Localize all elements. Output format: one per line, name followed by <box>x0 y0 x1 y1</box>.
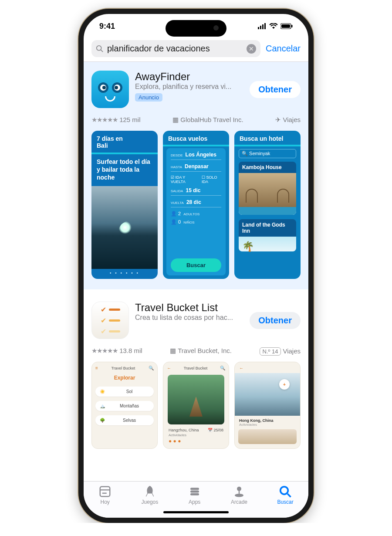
svg-point-18 <box>280 487 288 495</box>
svg-point-7 <box>97 45 101 50</box>
cancel-button[interactable]: Cancelar <box>266 44 301 54</box>
search-text: planificador de vacaciones <box>107 44 243 54</box>
tab-search[interactable]: Buscar <box>277 485 293 505</box>
category-label: ✈ Viajes <box>275 116 301 124</box>
arcade-icon <box>233 485 246 498</box>
svg-rect-9 <box>100 487 110 497</box>
wifi-icon <box>269 23 278 29</box>
app-icon-awayfinder <box>91 71 129 108</box>
ad-badge: Anuncio <box>135 93 162 102</box>
tab-today[interactable]: Hoy <box>98 485 112 505</box>
svg-rect-5 <box>281 24 290 28</box>
svg-point-15 <box>237 487 241 491</box>
stars-icon: ★★★★★ <box>91 347 118 354</box>
svg-point-17 <box>235 494 243 497</box>
svg-rect-3 <box>264 23 266 29</box>
status-time: 9:41 <box>99 22 115 31</box>
svg-rect-14 <box>190 493 199 495</box>
svg-line-8 <box>101 50 103 52</box>
apps-icon <box>188 485 201 498</box>
svg-rect-2 <box>262 24 264 29</box>
svg-rect-13 <box>190 491 199 493</box>
rocket-icon <box>143 485 156 498</box>
screenshot-2: ←Travel Bucket🔍 Hangzhou, China📅 25/08 A… <box>163 362 229 449</box>
cellular-icon <box>258 23 267 29</box>
clear-icon[interactable]: ✕ <box>247 44 256 54</box>
today-icon <box>98 485 112 498</box>
screenshot-1: ≡Travel Bucket🔍 Explorar ☀️Sol 🏔️Montaña… <box>91 362 158 449</box>
screenshot-row[interactable]: 7 días en Bali Surfear todo el día y bai… <box>91 131 301 279</box>
svg-rect-0 <box>258 27 259 29</box>
developer-label: ▦ GlobalHub Travel Inc. <box>172 116 243 124</box>
svg-rect-1 <box>260 26 261 29</box>
iphone-frame: 9:41 planificador de vacaciones ✕ Cancel… <box>78 9 314 523</box>
screenshot-2: Busca vuelos DESDE Los Ángeles HASTA Den… <box>163 131 229 279</box>
screenshot-3: Busca un hotel 🔍 Seminyak Kamboja House … <box>234 131 301 279</box>
dynamic-island <box>166 20 226 37</box>
search-icon <box>96 45 104 53</box>
svg-line-19 <box>287 494 291 497</box>
screenshot-3: ← Hong Kong, China Actividades <box>234 362 301 449</box>
app-meta-row: ★★★★★ 125 mil ▦ GlobalHub Travel Inc. ✈ … <box>91 116 301 124</box>
svg-rect-16 <box>239 491 240 494</box>
app-icon-bucketlist: ✔ ✔ ✔ <box>91 302 129 339</box>
svg-rect-12 <box>190 488 199 490</box>
get-button[interactable]: Obtener <box>250 312 301 329</box>
plane-icon: ✈ <box>275 116 281 123</box>
svg-rect-6 <box>291 25 293 27</box>
screen: planificador de vacaciones ✕ Cancelar <box>84 38 308 518</box>
battery-icon <box>280 23 293 29</box>
organic-result[interactable]: ✔ ✔ ✔ Travel Bucket List Crea tu lista d… <box>84 289 308 449</box>
app-meta-row: ★★★★★ 13.8 mil ▦ Travel Bucket, Inc. N.º… <box>91 347 301 355</box>
developer-label: ▦ Travel Bucket, Inc. <box>170 347 232 355</box>
search-icon <box>279 485 292 498</box>
stars-icon: ★★★★★ <box>91 116 118 123</box>
status-icons <box>258 23 293 29</box>
app-title: Travel Bucket List <box>135 302 243 314</box>
home-indicator[interactable] <box>163 511 229 513</box>
category-rank: N.º 14Viajes <box>260 347 301 355</box>
app-title: AwayFinder <box>135 71 243 83</box>
results-scroll[interactable]: AwayFinder Explora, planifica y reserva … <box>84 62 308 481</box>
screenshot-1: 7 días en Bali Surfear todo el día y bai… <box>91 131 158 279</box>
rating-count: 125 mil <box>119 116 140 123</box>
search-row: planificador de vacaciones ✕ Cancelar <box>84 38 308 61</box>
app-subtitle: Crea tu lista de cosas por hac... <box>135 314 243 322</box>
rating-count: 13.8 mil <box>119 347 142 354</box>
tab-games[interactable]: Juegos <box>142 485 159 505</box>
tab-arcade[interactable]: Arcade <box>231 485 247 505</box>
app-subtitle: Explora, planifica y reserva vi... <box>135 83 243 91</box>
search-field[interactable]: planificador de vacaciones ✕ <box>91 40 260 57</box>
screenshot-row[interactable]: ≡Travel Bucket🔍 Explorar ☀️Sol 🏔️Montaña… <box>91 362 301 449</box>
sponsored-result[interactable]: AwayFinder Explora, planifica y reserva … <box>84 62 308 289</box>
get-button[interactable]: Obtener <box>250 81 301 98</box>
tab-apps[interactable]: Apps <box>188 485 201 505</box>
